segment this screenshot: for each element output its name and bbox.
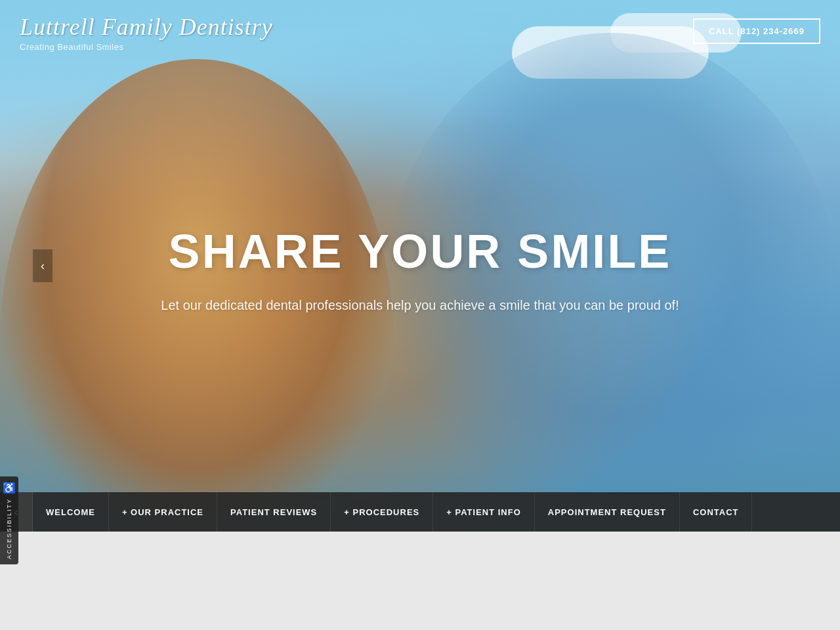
accessibility-sidebar[interactable]: ♿ ACCESSIBILITY [0, 476, 18, 564]
site-title[interactable]: Luttrell Family Dentistry [20, 13, 273, 41]
nav-item-contact[interactable]: CONTACT [680, 492, 753, 532]
nav-item-procedures[interactable]: + PROCEDURES [331, 492, 433, 532]
accessibility-label: ACCESSIBILITY [6, 498, 12, 559]
nav-item-appointment-request[interactable]: APPOINTMENT REQUEST [535, 492, 680, 532]
nav-item-our-practice[interactable]: + OUR PRACTICE [109, 492, 217, 532]
nav-item-patient-info[interactable]: + PATIENT INFO [433, 492, 535, 532]
nav-item-patient-reviews[interactable]: PATIENT REVIEWS [217, 492, 331, 532]
call-button[interactable]: CALL (812) 234-2669 [693, 18, 820, 44]
site-subtitle: Creating Beautiful Smiles [20, 42, 273, 52]
nav-items-container: WELCOME + OUR PRACTICE PATIENT REVIEWS +… [33, 492, 840, 532]
bottom-content-area [0, 532, 840, 630]
hero-section: Luttrell Family Dentistry Creating Beaut… [0, 0, 840, 532]
logo-area: Luttrell Family Dentistry Creating Beaut… [20, 13, 273, 52]
hero-content: SHARE YOUR SMILE Let our dedicated denta… [158, 224, 682, 316]
hero-subheading: Let our dedicated dental professionals h… [158, 295, 682, 316]
main-navbar: ‹ WELCOME + OUR PRACTICE PATIENT REVIEWS… [0, 492, 840, 532]
accessibility-icon: ♿ [3, 482, 16, 494]
slider-prev-arrow[interactable]: ‹ [33, 249, 52, 282]
hero-heading: SHARE YOUR SMILE [158, 224, 682, 278]
nav-item-welcome[interactable]: WELCOME [33, 492, 109, 532]
site-header: Luttrell Family Dentistry Creating Beaut… [0, 0, 840, 65]
